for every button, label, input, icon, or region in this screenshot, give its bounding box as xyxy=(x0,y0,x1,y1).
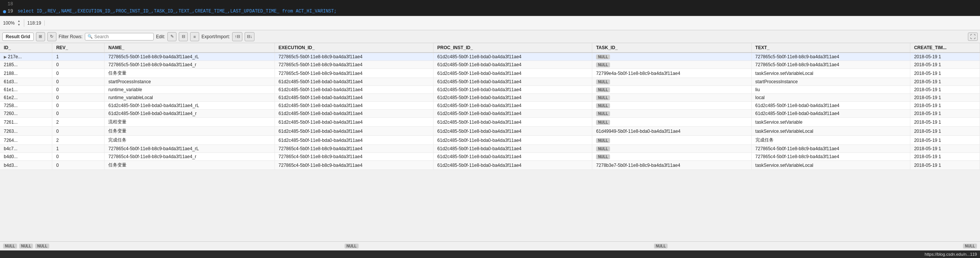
editor-toolbar: 100% ▲ ▼ 118:19 xyxy=(0,16,980,30)
table-cell: 0 xyxy=(52,161,105,170)
col-header-text[interactable]: TEXT_ xyxy=(751,43,910,52)
table-cell: 61d2c485-5b0f-11e8-bda0-ba4da3f11ae4 xyxy=(275,136,433,145)
refresh-icon-btn[interactable]: ↻ xyxy=(47,32,56,41)
table-cell: 完成任务 xyxy=(751,136,910,145)
table-cell: 流程变量 xyxy=(105,118,275,127)
table-row[interactable]: 61e2...0runtime_variableLocal61d2c485-5b… xyxy=(0,94,980,102)
export-btn[interactable]: ↑⊟ xyxy=(232,32,242,41)
table-cell: 727865c4-5b0f-11e8-b8c9-ba4da3f11ae4 xyxy=(275,145,433,153)
table-cell: 2018-05-19 1 xyxy=(910,145,980,153)
table-cell: 2 xyxy=(52,118,105,127)
col-header-rev[interactable]: REV_ xyxy=(52,43,105,52)
table-cell: 0 xyxy=(52,61,105,69)
table-cell: 2018-05-19 1 xyxy=(910,94,980,102)
table-cell: b4d3... xyxy=(0,161,52,170)
table-cell: runtime_variable xyxy=(105,86,275,94)
table-cell: 7264... xyxy=(0,136,52,145)
table-cell: 61d2c485-5b0f-11e8-bda0-ba4da3f11ae4 xyxy=(275,78,433,86)
table-cell: 727865c4-5b0f-11e8-b8c9-ba4da3f11ae4 xyxy=(275,161,433,170)
fullscreen-icon: ⛶ xyxy=(970,34,975,40)
table-cell: 61d2c485-5b0f-11e8-bda0-ba4da3f11ae4 xyxy=(275,110,433,118)
table-cell: 任务变量 xyxy=(105,161,275,170)
refresh-icon: ↻ xyxy=(50,34,53,39)
table-row[interactable]: b4d3...0任务变量727865c4-5b0f-11e8-b8c9-ba4d… xyxy=(0,161,980,170)
status-url: https://blog.csdn.edu/n...119 xyxy=(925,252,977,256)
table-row[interactable]: 2185...0727865c5-5b0f-11e8-b8c9-ba4da3f1… xyxy=(0,61,980,69)
table-cell: 61d2c485-5b0f-11e8-bda0-ba4da3f11ae4 xyxy=(433,127,592,136)
table-cell: local xyxy=(751,94,910,102)
edit-table-icon: ⊟ xyxy=(182,34,185,39)
table-cell: 727865c5-5b0f-11e8-b8c9-ba4da3f11ae4 xyxy=(275,61,433,69)
line-number-18: 18 xyxy=(3,1,13,8)
table-cell: b4c7... xyxy=(0,145,52,153)
col-header-id[interactable]: ID_ xyxy=(0,43,52,52)
table-cell: 2018-05-19 1 xyxy=(910,86,980,94)
col-header-proc-inst-id[interactable]: PROC_INST_ID_ xyxy=(433,43,592,52)
result-table: ID_ REV_ NAME_ EXECUTION_ID_ PROC_INST_I… xyxy=(0,43,980,170)
table-row[interactable]: 2188...0任务变量727865c5-5b0f-11e8-b8c9-ba4d… xyxy=(0,69,980,78)
table-cell: 61e1... xyxy=(0,86,52,94)
search-input[interactable] xyxy=(94,34,151,40)
table-cell: 61d2c485-5b0f-11e8-bda0-ba4da3f11ae4 xyxy=(433,69,592,78)
table-cell: 0 xyxy=(52,127,105,136)
edit-sql-btn[interactable]: ≡ xyxy=(190,32,199,41)
table-cell: NULL xyxy=(592,110,751,118)
table-cell: 0 xyxy=(52,69,105,78)
table-row[interactable]: b4c7...1727865c4-5b0f-11e8-b8c9-ba4da3f1… xyxy=(0,145,980,153)
table-cell: 61d2c485-5b0f-11e8-bda0-ba4da3f11ae4_rL xyxy=(105,102,275,110)
table-cell: taskService.setVariableLocal xyxy=(751,161,910,170)
import-btn[interactable]: ⊟↓ xyxy=(245,32,255,41)
col-header-task-id[interactable]: TASK_ID_ xyxy=(592,43,751,52)
table-cell: b4d0... xyxy=(0,153,52,161)
result-table-container[interactable]: ID_ REV_ NAME_ EXECUTION_ID_ PROC_INST_I… xyxy=(0,43,980,241)
status-bar: https://blog.csdn.edu/n...119 xyxy=(0,250,980,258)
table-cell: 7258... xyxy=(0,102,52,110)
null-badge: NULL xyxy=(596,154,610,159)
table-cell: 61d3... xyxy=(0,78,52,86)
table-row[interactable]: ▶ 217e...1727865c5-5b0f-11e8-b8c9-ba4da3… xyxy=(0,52,980,61)
table-cell: 2018-05-19 1 xyxy=(910,136,980,145)
table-row[interactable]: 7263...0任务变量61d2c485-5b0f-11e8-bda0-ba4d… xyxy=(0,127,980,136)
sql-editor[interactable]: 18 19 select ID_,REV_,NAME_,EXECUTION_ID… xyxy=(0,0,980,16)
null-badge: NULL xyxy=(596,95,610,100)
table-cell: 61d2c485-5b0f-11e8-bda0-ba4da3f11ae4 xyxy=(433,86,592,94)
result-grid-button[interactable]: Result Grid xyxy=(2,33,34,41)
col-header-name[interactable]: NAME_ xyxy=(105,43,275,52)
col-header-create-time[interactable]: CREATE_TIM... xyxy=(910,43,980,52)
sql-statement[interactable]: select ID_,REV_,NAME_,EXECUTION_ID_,PROC… xyxy=(18,9,337,14)
fullscreen-btn[interactable]: ⛶ xyxy=(968,33,978,41)
table-cell: 2018-05-19 1 xyxy=(910,61,980,69)
table-cell: 727865c5-5b0f-11e8-b8c9-ba4da3f11ae4 xyxy=(751,61,910,69)
col-header-execution-id[interactable]: EXECUTION_ID_ xyxy=(275,43,433,52)
table-row[interactable]: 7260...061d2c485-5b0f-11e8-bda0-ba4da3f1… xyxy=(0,110,980,118)
table-row[interactable]: 7258...061d2c485-5b0f-11e8-bda0-ba4da3f1… xyxy=(0,102,980,110)
table-cell: 0 xyxy=(52,153,105,161)
table-cell: 61d2c485-5b0f-11e8-bda0-ba4da3f11ae4 xyxy=(433,136,592,145)
table-cell: startProcessInstance xyxy=(105,78,275,86)
table-row[interactable]: 7261...2流程变量61d2c485-5b0f-11e8-bda0-ba4d… xyxy=(0,118,980,127)
table-cell: 61d2c485-5b0f-11e8-bda0-ba4da3f11ae4 xyxy=(433,153,592,161)
table-cell: 727865c5-5b0f-11e8-b8c9-ba4da3f11ae4 xyxy=(275,52,433,61)
table-cell: NULL xyxy=(592,94,751,102)
table-cell: 61d2c485-5b0f-11e8-bda0-ba4da3f11ae4 xyxy=(433,145,592,153)
edit-pencil-btn[interactable]: ✎ xyxy=(167,32,177,41)
table-cell: 1 xyxy=(52,52,105,61)
edit-table-btn[interactable]: ⊟ xyxy=(179,32,188,41)
grid-view-icon-btn[interactable]: ⊞ xyxy=(36,32,45,41)
table-cell: 7263... xyxy=(0,127,52,136)
zoom-arrows[interactable]: ▲ ▼ xyxy=(17,19,21,27)
filter-search-box[interactable]: 🔍 xyxy=(85,33,154,41)
import-icon: ⊟↓ xyxy=(247,34,253,39)
table-row[interactable]: b4d0...0727865c4-5b0f-11e8-b8c9-ba4da3f1… xyxy=(0,153,980,161)
zoom-up-arrow[interactable]: ▲ xyxy=(17,19,21,23)
table-row[interactable]: 61d3...0startProcessInstance61d2c485-5b0… xyxy=(0,78,980,86)
null-badge: NULL xyxy=(596,79,610,84)
table-row[interactable]: 7264...2完成任务61d2c485-5b0f-11e8-bda0-ba4d… xyxy=(0,136,980,145)
bottom-null-6: NULL xyxy=(963,244,977,249)
table-cell: 61d2c485-5b0f-11e8-bda0-ba4da3f11ae4 xyxy=(433,161,592,170)
zoom-down-arrow[interactable]: ▼ xyxy=(17,23,21,27)
table-cell: NULL xyxy=(592,136,751,145)
table-cell: 0 xyxy=(52,110,105,118)
table-row[interactable]: 61e1...0runtime_variable61d2c485-5b0f-11… xyxy=(0,86,980,94)
export-icon: ↑⊟ xyxy=(234,34,240,39)
